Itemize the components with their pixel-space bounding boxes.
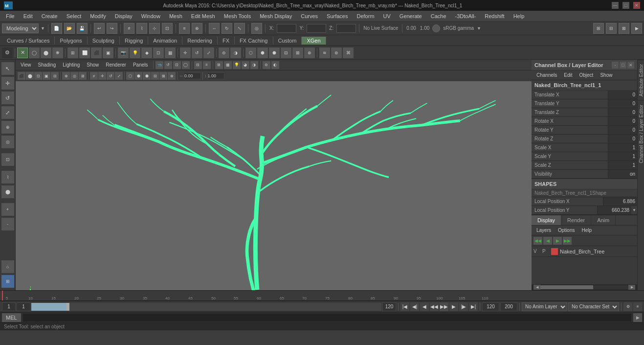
vp2-merge-icon[interactable]: ⬣ [143, 72, 151, 80]
prev-frame-button[interactable]: ◀| [410, 302, 419, 311]
vp2-multi-icon[interactable]: ⊕ [62, 72, 70, 80]
vp2-scl-icon[interactable]: ⤢ [115, 72, 123, 80]
settings-gear-icon[interactable]: ⚙ [2, 47, 13, 58]
universal-manip-button[interactable]: ⊕ [1, 121, 14, 134]
layer-fwd-btn[interactable]: ▶▶ [563, 237, 572, 245]
play-back-button[interactable]: ◀◀ [430, 302, 439, 311]
vp-hud-icon[interactable]: ≡ [203, 61, 211, 69]
move-tool-button[interactable]: ✛ [1, 77, 14, 90]
layer-item-naked-birch[interactable]: V P Naked_Birch_Tree [532, 246, 637, 257]
layer-menu-options[interactable]: Options [555, 227, 577, 233]
x-input[interactable] [277, 24, 296, 33]
connect-icon[interactable]: ⊕ [304, 47, 315, 58]
next-frame-button[interactable]: |▶ [459, 302, 468, 311]
gamma-arrow[interactable]: ▼ [477, 26, 481, 31]
scroll-right-btn[interactable]: ▶ [628, 285, 635, 290]
tab-fx[interactable]: FX [218, 37, 235, 45]
timeline-ruler[interactable]: 5 10 15 20 25 30 35 40 45 50 55 60 65 70… [0, 290, 644, 301]
smooth-icon[interactable]: ≋ [319, 47, 330, 58]
vp-camera-icon[interactable]: 📹 [155, 61, 163, 69]
y-input[interactable] [307, 24, 326, 33]
vp-smooth-icon[interactable]: ◯ [182, 61, 190, 69]
vp-wireframe-mode-icon[interactable]: ⊡ [173, 61, 181, 69]
snap-view-button[interactable]: ⊡ [162, 23, 173, 34]
mode-selector[interactable]: Modeling [2, 23, 39, 33]
menu-item-uv[interactable]: UV [379, 12, 395, 20]
lasso-select-button[interactable]: ⌇ [1, 171, 14, 184]
anim-end-input[interactable] [500, 302, 517, 311]
zoom-in-button[interactable]: + [1, 203, 14, 216]
tab-xgen[interactable]: XGen [302, 37, 326, 45]
viewport-menu-lighting[interactable]: Lighting [60, 62, 83, 68]
select-tool-icon[interactable]: ✕ [17, 47, 28, 58]
texture-icon[interactable]: ▦ [165, 47, 176, 58]
lasso-tool-icon[interactable]: ◯ [29, 47, 40, 58]
save-file-button[interactable]: 💾 [77, 23, 88, 34]
transform-rotate-button[interactable]: ↻ [222, 23, 232, 34]
menu-item-surfaces[interactable]: Surfaces [323, 12, 352, 20]
channel-box-controls[interactable]: - □ ✕ [612, 62, 634, 69]
undo-button[interactable]: ↩ [94, 23, 105, 34]
channel-scale-z[interactable]: Scale Z 1 [532, 161, 637, 170]
tab-polygons[interactable]: Polygons [55, 37, 87, 45]
menu-item-redshift[interactable]: Redshift [481, 12, 508, 20]
channel-translate-z[interactable]: Translate Z 0 [532, 108, 637, 117]
material-icon[interactable]: ◆ [141, 47, 152, 58]
vp2-multicut2-icon[interactable]: ⊠ [159, 72, 167, 80]
loop-cut-icon[interactable]: ⊟ [281, 47, 291, 58]
snap-point-button[interactable]: ⊹ [149, 23, 160, 34]
layer-back-btn[interactable]: ◀◀ [533, 237, 542, 245]
tab-custom[interactable]: Custom [273, 37, 302, 45]
vp-texture-mode-icon[interactable]: ▦ [224, 61, 232, 69]
zoom-out-button[interactable]: - [1, 218, 14, 230]
home-view-button[interactable]: ⌂ [1, 260, 14, 273]
menu-item-display[interactable]: Display [111, 12, 136, 20]
ty-input[interactable] [207, 72, 224, 79]
range-end-input[interactable] [382, 302, 396, 311]
cb-close-btn[interactable]: ✕ [627, 62, 634, 69]
menu-item-select[interactable]: Select [63, 12, 86, 20]
scroll-right-arrow[interactable]: ▼ [631, 208, 637, 212]
cb-menu-edit[interactable]: Edit [561, 72, 575, 78]
ipr-icon[interactable]: ▶ [631, 23, 642, 34]
wireframe-icon[interactable]: ⊡ [153, 47, 164, 58]
soft-select-button[interactable]: ◎ [251, 23, 262, 34]
bridge-icon[interactable]: ⬣ [269, 47, 280, 58]
layer-color-swatch[interactable] [551, 248, 558, 255]
open-file-button[interactable]: 📂 [64, 23, 75, 34]
tab-sculpting[interactable]: Sculpting [88, 37, 120, 45]
menu-item-create[interactable]: Create [38, 12, 62, 20]
rotate-tool-button[interactable]: ↺ [1, 92, 14, 104]
menu-item-cache[interactable]: Cache [427, 12, 450, 20]
rotate2-icon[interactable]: ↺ [192, 47, 202, 58]
multi-cut-icon[interactable]: ⊠ [292, 47, 303, 58]
tab-fx-caching[interactable]: FX Caching [235, 37, 273, 45]
layer-tab-render[interactable]: Render [561, 215, 591, 225]
vp2-loopcut2-icon[interactable]: ⊟ [151, 72, 159, 80]
play-forward-button[interactable]: ▶▶ [440, 302, 448, 311]
close-button[interactable]: ✕ [633, 2, 640, 9]
anim-start-input[interactable] [482, 302, 499, 311]
vp2-face-mode-icon[interactable]: ▣ [43, 72, 50, 80]
channel-visibility[interactable]: Visibility on [532, 170, 637, 179]
menu-item-window[interactable]: Window [137, 12, 164, 20]
menu-item-generate[interactable]: Generate [396, 12, 426, 20]
vp2-uv-mode-icon[interactable]: ⊟ [51, 72, 59, 80]
next-key-button[interactable]: ▶ [449, 302, 458, 311]
camera-icon[interactable]: 📷 [118, 47, 129, 58]
layer-prev-btn[interactable]: ◀ [543, 237, 552, 245]
menu-item-meshtools[interactable]: Mesh Tools [220, 12, 255, 20]
anim-layer-selector[interactable]: No Anim Layer [522, 302, 567, 311]
light-icon[interactable]: 💡 [130, 47, 140, 58]
vp-xray-mode-icon[interactable]: ⊜ [263, 61, 270, 69]
extrude-icon[interactable]: ⬡ [245, 47, 256, 58]
layer-next-btn[interactable]: ▶ [553, 237, 562, 245]
scale2-icon[interactable]: ⤢ [203, 47, 214, 58]
show-manip-button[interactable]: ⊡ [1, 153, 14, 166]
char-set-selector[interactable]: No Character Set [568, 302, 619, 311]
soft-mod-icon[interactable]: ❋ [52, 47, 63, 58]
sculpt-icon[interactable]: ⌘ [343, 47, 354, 58]
vp2-extrude2-icon[interactable]: ⬡ [126, 72, 134, 80]
vp2-snap-icon[interactable]: # [90, 72, 98, 80]
vp2-vert-mode-icon[interactable]: ⬤ [26, 72, 34, 80]
